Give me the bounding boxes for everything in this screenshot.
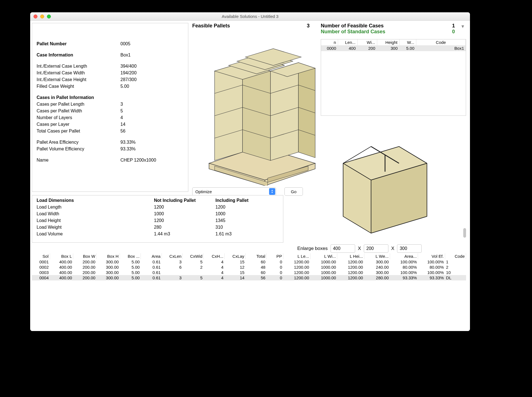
solutions-table[interactable]: SolBox LBox WBox HBox ...AreaCxLenCxWidC… — [32, 253, 466, 328]
cell: 400.00 — [50, 264, 73, 270]
cell: 200 — [357, 45, 377, 51]
case-width-label: Int./External Case Width — [37, 70, 120, 76]
case-width-value: 194/200 — [120, 70, 184, 76]
optimize-controls: Optimize ▲▼ Go — [192, 187, 303, 196]
col-header[interactable]: CxWid — [183, 253, 204, 259]
cell: 10 — [445, 270, 466, 275]
load-row-value: 1200 — [215, 204, 279, 211]
x-separator: X — [391, 246, 394, 251]
load-row-label: Load Length — [37, 204, 154, 211]
col-header[interactable]: CxH... — [204, 253, 225, 259]
cell: 0.61 — [141, 270, 162, 275]
cases-table-row[interactable]: 0000 400 200 300 5.00 Box1 — [321, 45, 466, 51]
col-header[interactable]: n — [321, 39, 338, 45]
col-header[interactable]: Area... — [390, 253, 418, 259]
solutions-row[interactable]: 0003400.00200.00300.005.000.614156001200… — [32, 270, 466, 275]
cell: 300.00 — [364, 270, 390, 275]
cell: 1200.00 — [337, 275, 364, 280]
scroll-thumb[interactable] — [463, 228, 466, 238]
col-header[interactable]: W... — [399, 39, 416, 45]
enlarge-height-input[interactable] — [397, 244, 422, 253]
solutions-row[interactable]: 0001400.00200.00300.005.000.613541560012… — [32, 259, 466, 264]
col-header[interactable]: CxLay — [225, 253, 246, 259]
go-button[interactable]: Go — [284, 187, 303, 196]
col-header[interactable]: Code — [416, 39, 466, 45]
pallet-name-label: Name — [37, 157, 120, 164]
cell: 0.61 — [141, 259, 162, 264]
col-header[interactable]: Wi... — [357, 39, 377, 45]
col-header[interactable]: PP — [267, 253, 283, 259]
solutions-row[interactable]: 0004400.00200.00300.005.000.613541456012… — [32, 275, 466, 280]
col-header[interactable]: Box ... — [120, 253, 141, 259]
load-dim-heading: Load Dimensions — [37, 197, 154, 204]
case-height-label: Int./External Case Height — [37, 76, 120, 83]
cell: 56 — [246, 275, 267, 280]
col-header[interactable]: CxLen — [162, 253, 183, 259]
col-header[interactable]: Box W — [73, 253, 97, 259]
col-header[interactable]: L Le... — [283, 253, 310, 259]
pallet-visualization — [198, 29, 321, 186]
load-row-label: Load Width — [37, 211, 154, 217]
load-row-label: Load Height — [37, 217, 154, 224]
cell: 0003 — [32, 270, 50, 275]
cell: 300.00 — [96, 264, 120, 270]
cases-in-pallet-heading: Cases in Pallet Information — [37, 94, 184, 101]
cell: 15 — [225, 270, 246, 275]
cell: 4 — [204, 275, 225, 280]
col-header[interactable]: Area — [141, 253, 162, 259]
load-row-value: 1000 — [215, 211, 279, 217]
cell: 3 — [162, 275, 183, 280]
col-header[interactable]: Box H — [96, 253, 120, 259]
col-header[interactable]: Sol — [32, 253, 50, 259]
cell: 0 — [267, 264, 283, 270]
layers-value: 4 — [120, 114, 184, 121]
cell: 0 — [267, 259, 283, 264]
load-dimensions-panel: Load Dimensions Not Including Pallet Inc… — [32, 195, 283, 243]
enlarge-width-input[interactable] — [364, 244, 388, 253]
cell: 1200.00 — [283, 275, 310, 280]
standard-cases-count: 0 — [452, 29, 455, 35]
case-weight-label: Filled Case Weight — [37, 83, 120, 90]
cell: 0002 — [32, 264, 50, 270]
cell: 2 — [445, 264, 466, 270]
load-row-value: 1.61 m3 — [215, 231, 279, 237]
col-header[interactable]: Code — [445, 253, 466, 259]
solutions-row[interactable]: 0002400.00200.00300.005.000.616241248012… — [32, 264, 466, 270]
col-header[interactable]: Vol Ef. — [418, 253, 445, 259]
col-header[interactable]: Total — [246, 253, 267, 259]
cpl-value: 3 — [120, 101, 184, 108]
col-header[interactable]: Box L — [50, 253, 73, 259]
case-weight-value: 5.00 — [120, 83, 184, 90]
cell: 4 — [204, 259, 225, 264]
load-col2-heading: Including Pallet — [215, 197, 279, 204]
load-row-value: 1200 — [154, 217, 215, 224]
cell: 400.00 — [50, 259, 73, 264]
load-row-value: 280 — [154, 224, 215, 231]
cell: 280.00 — [364, 275, 390, 280]
cell: 0 — [267, 275, 283, 280]
cell: 93.33% — [390, 275, 418, 280]
disclosure-triangle-icon[interactable]: ▼ — [460, 24, 465, 29]
col-header[interactable]: L We... — [364, 253, 390, 259]
cell: 1200.00 — [337, 259, 364, 264]
cell: Box1 — [416, 45, 466, 51]
chevron-updown-icon: ▲▼ — [269, 188, 275, 195]
cell: 0.61 — [141, 275, 162, 280]
cell: 400.00 — [50, 275, 73, 280]
standard-cases-label: Number of Standard Cases — [321, 29, 385, 35]
col-header[interactable]: Height — [377, 39, 399, 45]
cell: 1000.00 — [310, 270, 337, 275]
col-header[interactable]: L Hei... — [337, 253, 364, 259]
cases-table[interactable]: n Len... Wi... Height W... Code 0000 400… — [321, 39, 466, 116]
total-cases-label: Total Cases per Pallet — [37, 128, 120, 134]
scrollbar[interactable] — [462, 133, 466, 239]
optimize-select[interactable]: Optimize ▲▼ — [192, 187, 276, 196]
col-header[interactable]: L Wi... — [310, 253, 337, 259]
cpl-label: Cases per Pallet Length — [37, 101, 120, 108]
cell: 100.00% — [418, 259, 445, 264]
col-header[interactable]: Len... — [338, 39, 357, 45]
enlarge-length-input[interactable] — [331, 244, 355, 253]
cell: 80.00% — [390, 264, 418, 270]
vol-eff-label: Pallet Volume Efficiency — [37, 146, 120, 152]
cell: 200.00 — [73, 275, 97, 280]
